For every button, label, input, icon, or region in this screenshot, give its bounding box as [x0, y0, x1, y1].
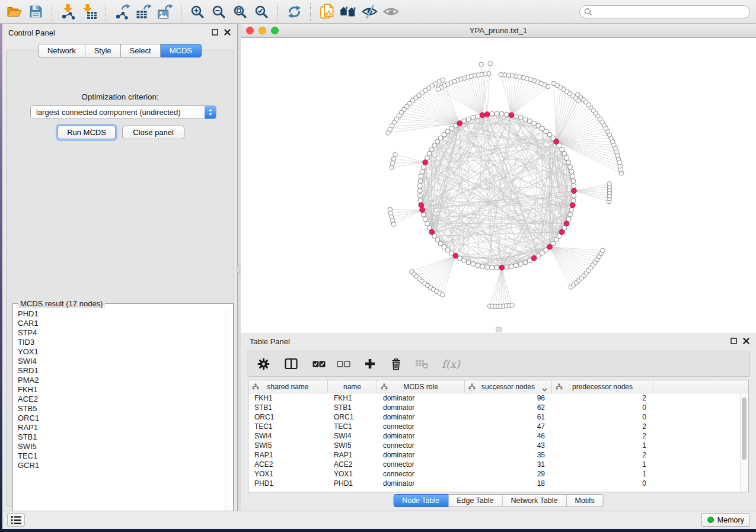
- function-builder-button[interactable]: f(x): [442, 358, 460, 370]
- search-box[interactable]: [579, 5, 750, 18]
- memory-button[interactable]: Memory: [701, 513, 750, 527]
- tab-node-table[interactable]: Node Table: [393, 494, 448, 507]
- import-table-button[interactable]: [79, 2, 100, 22]
- mcds-result-item[interactable]: SRD1: [14, 366, 225, 376]
- show-eye-button[interactable]: [380, 2, 401, 22]
- network-node[interactable]: [572, 184, 576, 188]
- zoom-fit-button[interactable]: [229, 2, 251, 22]
- mcds-hub-node[interactable]: [572, 188, 577, 194]
- tab-motifs[interactable]: Motifs: [566, 494, 603, 507]
- tab-mcds[interactable]: MCDS: [161, 44, 202, 57]
- table-row[interactable]: SWI5SWI5connector431: [248, 441, 748, 450]
- network-node[interactable]: [462, 258, 467, 263]
- network-node[interactable]: [485, 265, 490, 270]
- network-node[interactable]: [571, 179, 576, 184]
- network-node[interactable]: [423, 217, 428, 222]
- mcds-hub-node[interactable]: [564, 221, 569, 226]
- scrollbar-thumb[interactable]: [742, 398, 747, 460]
- column-header-predecessor-nodes[interactable]: predecessor nodes: [552, 380, 653, 393]
- table-panel-float-button[interactable]: [730, 337, 738, 345]
- mcds-hub-node[interactable]: [499, 265, 505, 270]
- network-node[interactable]: [518, 262, 523, 267]
- mcds-result-item[interactable]: PMA2: [14, 376, 225, 385]
- hide-panel-button[interactable]: [359, 2, 380, 22]
- network-node[interactable]: [509, 264, 513, 269]
- add-row-button[interactable]: [364, 358, 376, 370]
- refresh-button[interactable]: [283, 2, 305, 22]
- mcds-hub-node[interactable]: [429, 229, 435, 235]
- network-node[interactable]: [420, 169, 425, 174]
- network-node[interactable]: [571, 198, 576, 203]
- control-panel-close-button[interactable]: [224, 28, 231, 36]
- network-node[interactable]: [513, 114, 518, 118]
- network-node[interactable]: [570, 174, 575, 179]
- mcds-result-item[interactable]: FKH1: [14, 385, 225, 395]
- network-leaf-node[interactable]: [391, 222, 396, 227]
- delete-row-button[interactable]: [391, 358, 401, 370]
- table-settings-button[interactable]: [257, 358, 270, 370]
- export-image-button[interactable]: [154, 2, 176, 22]
- table-row[interactable]: PHD1PHD1dominator180: [248, 479, 748, 488]
- mcds-hub-node[interactable]: [480, 113, 485, 118]
- network-node[interactable]: [523, 260, 528, 265]
- deselect-all-button[interactable]: [337, 361, 350, 367]
- tab-network[interactable]: Network: [38, 44, 85, 57]
- network-node[interactable]: [480, 264, 485, 269]
- network-node[interactable]: [476, 263, 480, 268]
- export-network-button[interactable]: [111, 2, 133, 22]
- tab-edge-table[interactable]: Edge Table: [448, 494, 502, 507]
- table-row[interactable]: TEC1TEC1connector472: [248, 422, 748, 431]
- network-node[interactable]: [466, 117, 471, 121]
- column-header-MCDS-role[interactable]: MCDS role: [377, 380, 465, 393]
- mcds-result-item[interactable]: TID3: [14, 338, 225, 347]
- network-leaf-node[interactable]: [488, 62, 493, 66]
- table-panel-close-button[interactable]: [742, 337, 750, 345]
- network-node[interactable]: [421, 212, 426, 217]
- network-graph-svg[interactable]: [241, 38, 756, 333]
- mcds-hub-node[interactable]: [419, 203, 424, 208]
- network-leaf-node[interactable]: [441, 293, 445, 297]
- table-row[interactable]: STB1STB1dominator620: [248, 403, 748, 412]
- network-node[interactable]: [417, 188, 422, 193]
- network-node[interactable]: [569, 207, 574, 212]
- import-network-button[interactable]: [58, 2, 79, 22]
- table-row[interactable]: ACE2ACE2connector311: [248, 460, 748, 469]
- network-node[interactable]: [418, 198, 423, 203]
- mcds-result-item[interactable]: PHD1: [14, 309, 225, 319]
- tab-style[interactable]: Style: [85, 44, 121, 57]
- mcds-result-item[interactable]: STB5: [14, 404, 225, 414]
- mcds-hub-node[interactable]: [560, 229, 565, 235]
- mcds-hub-node[interactable]: [509, 113, 514, 118]
- table-row[interactable]: FKH1FKH1dominator962: [248, 393, 748, 403]
- mcds-result-item[interactable]: CAR1: [14, 319, 225, 328]
- network-node[interactable]: [568, 212, 573, 217]
- network-node[interactable]: [471, 115, 476, 120]
- mcds-result-item[interactable]: ORC1: [14, 414, 225, 423]
- mcds-hub-node[interactable]: [423, 160, 428, 165]
- network-node[interactable]: [490, 265, 495, 270]
- select-all-button[interactable]: [312, 361, 326, 367]
- network-leaf-node[interactable]: [551, 81, 556, 86]
- mcds-result-item[interactable]: RAP1: [14, 423, 225, 432]
- show-column-button[interactable]: [285, 358, 298, 370]
- mcds-result-item[interactable]: YOX1: [14, 347, 225, 357]
- mcds-hub-node[interactable]: [554, 139, 559, 145]
- mcds-hub-node[interactable]: [547, 245, 553, 250]
- network-node[interactable]: [476, 114, 480, 118]
- network-node[interactable]: [504, 265, 509, 270]
- network-node[interactable]: [504, 112, 509, 117]
- horizontal-splitter-grip[interactable]: [496, 327, 502, 332]
- network-node[interactable]: [569, 169, 574, 174]
- network-canvas[interactable]: [241, 38, 756, 333]
- mcds-list-scrollbar[interactable]: [225, 309, 232, 523]
- zoom-out-button[interactable]: [208, 2, 229, 22]
- column-header-shared-name[interactable]: shared name: [248, 380, 328, 393]
- mcds-result-item[interactable]: STB1: [14, 432, 225, 442]
- network-node[interactable]: [421, 165, 426, 169]
- table-row[interactable]: YOX1YOX1connector291: [248, 469, 748, 479]
- mcds-result-item[interactable]: TEC1: [14, 451, 225, 461]
- network-node[interactable]: [568, 165, 573, 169]
- open-folder-button[interactable]: [4, 2, 25, 22]
- network-leaf-node[interactable]: [386, 131, 391, 136]
- network-leaf-node[interactable]: [479, 62, 484, 67]
